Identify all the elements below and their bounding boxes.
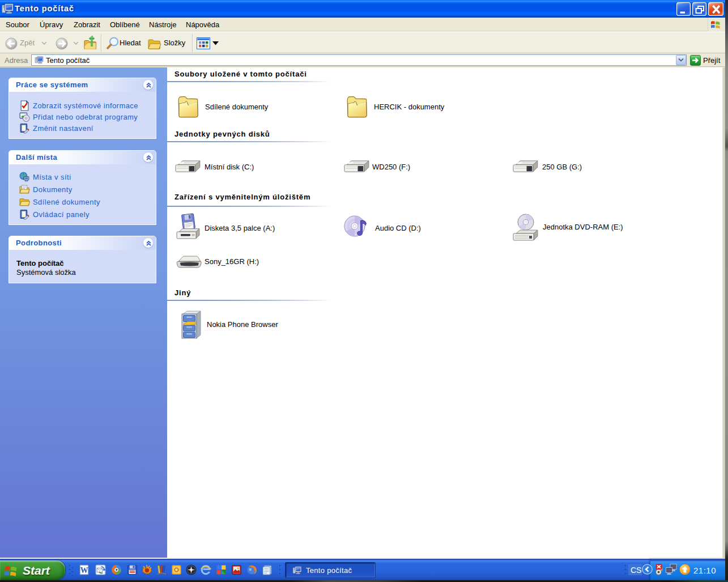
svg-text:W: W [80, 566, 88, 575]
